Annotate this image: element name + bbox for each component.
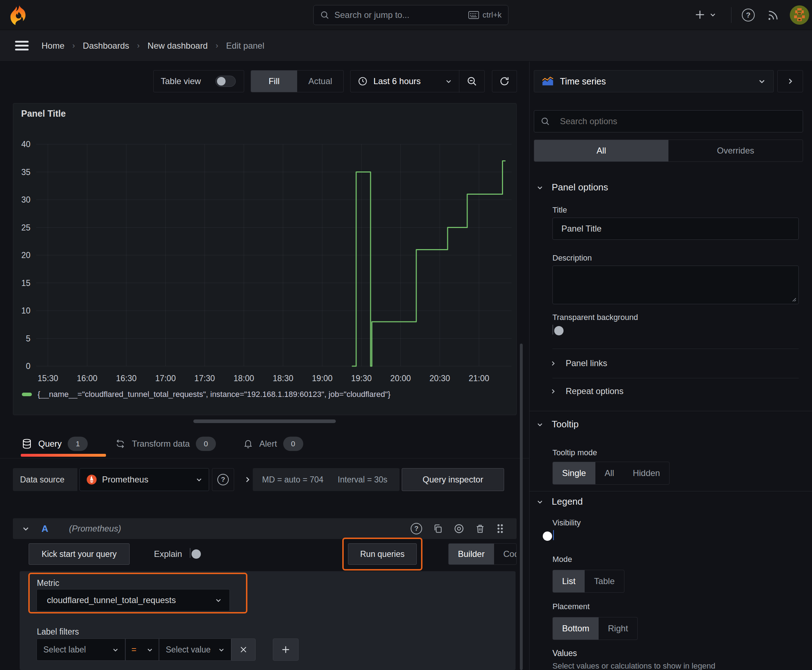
breadcrumb: Home › Dashboards › New dashboard › Edit… (42, 30, 264, 62)
legend-visibility-toggle[interactable] (553, 530, 554, 540)
description-label: Description (553, 254, 592, 263)
options-search-input[interactable] (551, 116, 803, 126)
table-view-label: Table view (161, 76, 201, 86)
copy-icon[interactable] (433, 524, 443, 534)
datasource-help-button[interactable]: ? (212, 468, 234, 491)
tooltip-header[interactable]: Tooltip (537, 419, 578, 430)
placement-right-option[interactable]: Right (598, 618, 637, 640)
kick-start-query-button[interactable]: Kick start your query (29, 543, 130, 565)
refresh-icon (499, 76, 510, 86)
time-series-chart[interactable]: 051015202530354015:3016:0016:3017:0017:3… (13, 121, 513, 386)
visualization-picker[interactable]: Time series (534, 70, 774, 92)
add-filter-button[interactable] (273, 638, 298, 661)
explain-toggle[interactable] (190, 548, 190, 558)
panel-options-header[interactable]: Panel options (537, 182, 608, 193)
title-label: Title (553, 205, 567, 215)
all-overrides-segmented: All Overrides (534, 140, 803, 162)
legend-visibility-label: Visibility (553, 518, 581, 528)
section-divider (553, 349, 799, 349)
options-search[interactable] (534, 110, 803, 132)
tab-overrides[interactable]: Overrides (668, 140, 803, 161)
tab-alert[interactable]: Alert 0 (243, 437, 303, 451)
query-ref-id: A (42, 523, 48, 535)
query-stats: MD = auto = 704 Interval = 30s (253, 468, 400, 491)
zoom-out-button[interactable] (459, 76, 485, 86)
tooltip-all-option[interactable]: All (595, 462, 624, 484)
new-dropdown-button[interactable] (694, 8, 716, 21)
help-button[interactable]: ? (742, 8, 755, 22)
repeat-options-section[interactable]: Repeat options (550, 382, 623, 400)
legend-header[interactable]: Legend (537, 496, 583, 507)
query-inspector-button[interactable]: Query inspector (402, 468, 504, 491)
tooltip-hidden-option[interactable]: Hidden (623, 462, 669, 484)
datasource-picker[interactable]: Prometheus (80, 468, 209, 491)
viz-suggestions-button[interactable] (777, 70, 803, 92)
svg-text:18:00: 18:00 (234, 374, 254, 383)
tab-transform-data[interactable]: Transform data 0 (115, 437, 216, 451)
fill-option[interactable]: Fill (251, 71, 297, 92)
chevron-down-icon (537, 184, 543, 191)
svg-text:20:30: 20:30 (430, 374, 450, 383)
legend-swatch (22, 393, 32, 396)
trash-icon[interactable] (475, 524, 485, 534)
grafana-edit-panel-window: ctrl+k ? (0, 0, 812, 670)
plus-icon (694, 8, 706, 21)
operator-dropdown[interactable]: = (125, 638, 159, 661)
title-field[interactable] (553, 218, 799, 240)
global-search[interactable]: ctrl+k (313, 5, 509, 25)
placement-bottom-option[interactable]: Bottom (553, 618, 598, 640)
description-field[interactable] (553, 266, 799, 304)
svg-text:30: 30 (21, 195, 31, 205)
builder-option[interactable]: Builder (449, 544, 494, 564)
select-label-dropdown[interactable]: Select label (37, 638, 125, 661)
transparent-background-toggle[interactable] (553, 325, 553, 335)
query-row-header[interactable]: A (Prometheus) ? (13, 518, 517, 539)
visualization-panel: Panel Title 051015202530354015:3016:0016… (13, 103, 517, 415)
legend-table-option[interactable]: Table (585, 570, 624, 592)
actual-option[interactable]: Actual (297, 71, 343, 92)
legend-list-option[interactable]: List (553, 570, 585, 592)
shortcut-hint: ctrl+k (468, 10, 502, 20)
search-input[interactable] (334, 10, 463, 20)
breadcrumb-new-dashboard[interactable]: New dashboard (147, 41, 208, 51)
scrollbar[interactable] (520, 343, 523, 670)
chevron-down-icon (710, 12, 716, 18)
select-value-dropdown[interactable]: Select value (159, 638, 231, 661)
breadcrumb-home[interactable]: Home (42, 41, 64, 51)
tab-all[interactable]: All (534, 140, 668, 161)
tooltip-single-option[interactable]: Single (553, 462, 595, 484)
run-queries-button[interactable]: Run queries (348, 543, 417, 565)
news-feed-button[interactable] (767, 9, 779, 22)
panel-links-section[interactable]: Panel links (550, 354, 607, 372)
chevron-down-icon[interactable] (22, 525, 29, 532)
refresh-button[interactable] (492, 70, 517, 92)
chevron-down-icon (445, 78, 452, 85)
breadcrumb-edit-panel: Edit panel (226, 41, 264, 51)
tab-query[interactable]: Query 1 (22, 437, 88, 451)
user-avatar[interactable] (790, 5, 809, 25)
query-builder-container: Metric cloudflared_tunnel_total_requests… (20, 571, 515, 670)
grafana-logo-icon[interactable] (10, 5, 29, 25)
description-input[interactable] (553, 266, 798, 304)
legend-values-hint: Select values or calculations to show in… (553, 662, 715, 670)
search-icon (541, 117, 550, 126)
code-option[interactable]: Code (494, 544, 517, 564)
legend-label[interactable]: {__name__="cloudflared_tunnel_total_requ… (37, 390, 391, 399)
eye-icon[interactable] (454, 523, 464, 534)
chevron-right-icon[interactable] (242, 468, 253, 491)
table-view-control: Table view (153, 70, 244, 92)
title-input[interactable] (553, 224, 798, 234)
resize-grip-icon[interactable] (790, 296, 796, 302)
time-range-button[interactable]: Last 6 hours (351, 76, 459, 86)
section-divider (553, 378, 799, 378)
table-view-toggle[interactable] (215, 76, 236, 86)
query-help-icon[interactable]: ? (411, 523, 422, 535)
remove-filter-button[interactable] (231, 638, 256, 661)
drag-handle-icon[interactable] (496, 524, 504, 534)
active-tab-indicator (21, 454, 106, 457)
svg-text:20: 20 (21, 250, 31, 260)
resize-handle[interactable] (193, 420, 336, 423)
breadcrumb-dashboards[interactable]: Dashboards (83, 41, 129, 51)
menu-icon[interactable] (15, 41, 29, 51)
metric-select[interactable]: cloudflared_tunnel_total_requests (37, 589, 230, 611)
